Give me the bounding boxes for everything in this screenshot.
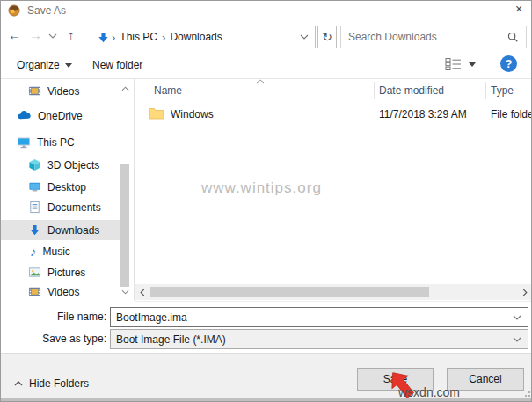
sidebar-scrollbar-thumb[interactable] — [120, 164, 129, 287]
collapse-chevron-icon — [14, 381, 23, 386]
column-header-type[interactable]: Type — [491, 84, 514, 97]
videos-icon — [28, 84, 41, 98]
onedrive-icon — [17, 108, 32, 123]
list-bottom-separator — [135, 301, 532, 302]
this-pc-icon — [17, 135, 31, 150]
window-bottom-edge — [1, 398, 532, 401]
help-button[interactable]: ? — [500, 55, 517, 72]
horizontal-scrollbar[interactable] — [135, 284, 532, 300]
forward-icon[interactable]: → — [29, 28, 42, 41]
corner-watermark-text: wsxdn.com — [398, 385, 460, 399]
breadcrumb-separator: › — [160, 31, 167, 44]
refresh-icon: ↻ — [322, 31, 332, 43]
views-dropdown-icon[interactable] — [469, 62, 476, 67]
sidebar-item-label: Downloads — [47, 224, 99, 237]
pane-divider — [134, 79, 135, 301]
sidebar-item-music[interactable]: ♪ Music — [1, 241, 125, 261]
column-header-name[interactable]: Name — [154, 84, 182, 97]
save-as-type-dropdown-chevron-icon[interactable] — [513, 337, 521, 342]
sidebar-item-label: Documents — [47, 201, 101, 214]
column-divider[interactable] — [374, 82, 375, 99]
sidebar-item-desktop[interactable]: Desktop — [1, 177, 125, 197]
hide-folders-button[interactable]: Hide Folders — [14, 377, 89, 390]
sidebar-item-downloads[interactable]: Downloads — [1, 220, 125, 240]
sidebar-item-label: Videos — [47, 85, 79, 98]
column-divider[interactable] — [485, 82, 486, 99]
sidebar-scroll-down-icon[interactable] — [121, 289, 129, 295]
cancel-button-label: Cancel — [469, 373, 501, 385]
sidebar-item-onedrive[interactable]: OneDrive — [1, 106, 125, 126]
save-as-type-value: Boot Image File (*.IMA) — [116, 333, 226, 346]
sidebar-item-label: Videos — [47, 286, 79, 298]
view-details-icon[interactable] — [445, 57, 463, 71]
file-name: Windows — [171, 108, 214, 121]
file-name-label: File name: — [27, 311, 106, 323]
save-as-type-select[interactable]: Boot Image File (*.IMA) — [110, 329, 528, 349]
address-dropdown-chevron-icon[interactable] — [300, 34, 309, 40]
breadcrumb-separator: › — [110, 31, 117, 44]
file-name-field[interactable] — [110, 307, 528, 327]
sidebar-item-pictures[interactable]: Pictures — [1, 262, 125, 282]
sidebar-item-this-pc[interactable]: This PC — [1, 132, 125, 152]
refresh-button[interactable]: ↻ — [317, 26, 337, 48]
app-icon — [8, 4, 20, 17]
up-icon[interactable]: ↑ — [68, 28, 75, 41]
save-as-type-label: Save as type: — [27, 333, 106, 345]
close-icon[interactable]: × — [509, 2, 528, 18]
videos-icon — [28, 285, 41, 298]
sidebar-item-videos[interactable]: Videos — [1, 81, 125, 101]
file-date-modified: 11/7/2018 3:29 AM — [379, 108, 467, 121]
recent-locations-chevron-icon[interactable] — [48, 33, 57, 39]
scroll-right-icon[interactable] — [522, 289, 528, 296]
sidebar-scroll-up-icon[interactable] — [121, 86, 129, 91]
file-row-windows[interactable]: Windows 11/7/2018 3:29 AM File folder — [142, 105, 532, 124]
save-as-dialog: Save As × ← → ↑ › This PC › Downloads ↻ … — [0, 0, 532, 402]
search-icon — [506, 31, 519, 43]
address-bar[interactable]: › This PC › Downloads — [91, 26, 316, 48]
sidebar-item-label: OneDrive — [38, 110, 83, 122]
sidebar-item-label: 3D Objects — [47, 159, 99, 172]
back-icon[interactable]: ← — [8, 28, 21, 41]
pictures-icon — [28, 266, 41, 279]
sidebar-item-label: Pictures — [47, 267, 85, 279]
3d-objects-icon — [28, 158, 41, 172]
organize-label: Organize — [17, 59, 60, 71]
desktop-icon — [28, 180, 41, 194]
sidebar-item-label: Desktop — [47, 181, 86, 194]
downloads-location-icon — [97, 31, 110, 44]
sidebar-item-3d-objects[interactable]: 3D Objects — [1, 155, 125, 175]
sort-ascending-icon — [256, 79, 265, 84]
toolbar-separator — [1, 78, 532, 79]
breadcrumb-this-pc[interactable]: This PC — [117, 31, 160, 43]
sidebar-item-label: This PC — [37, 136, 75, 149]
column-header-date-modified[interactable]: Date modified — [379, 84, 444, 97]
watermark-text: www.wintips.org — [201, 179, 322, 197]
window-title: Save As — [27, 4, 66, 17]
documents-icon — [28, 201, 41, 214]
hide-folders-label: Hide Folders — [29, 377, 89, 390]
sidebar-item-videos-2[interactable]: Videos — [1, 281, 125, 302]
sidebar-item-label: Music — [43, 245, 70, 258]
folder-icon — [149, 107, 164, 120]
breadcrumb-downloads[interactable]: Downloads — [167, 31, 224, 43]
scroll-left-icon[interactable] — [140, 289, 145, 296]
organize-dropdown-icon — [65, 63, 72, 68]
file-name-input[interactable] — [116, 311, 513, 324]
new-folder-button[interactable]: New folder — [92, 59, 142, 71]
horizontal-scrollbar-thumb[interactable] — [150, 287, 429, 297]
downloads-icon — [28, 223, 41, 237]
search-input[interactable] — [348, 31, 506, 43]
sidebar-item-documents[interactable]: Documents — [1, 197, 125, 217]
search-box[interactable] — [340, 26, 527, 48]
music-icon: ♪ — [30, 245, 37, 258]
file-type: File folder — [491, 108, 532, 121]
organize-button[interactable]: Organize — [17, 59, 72, 71]
file-name-dropdown-chevron-icon[interactable] — [513, 315, 521, 320]
